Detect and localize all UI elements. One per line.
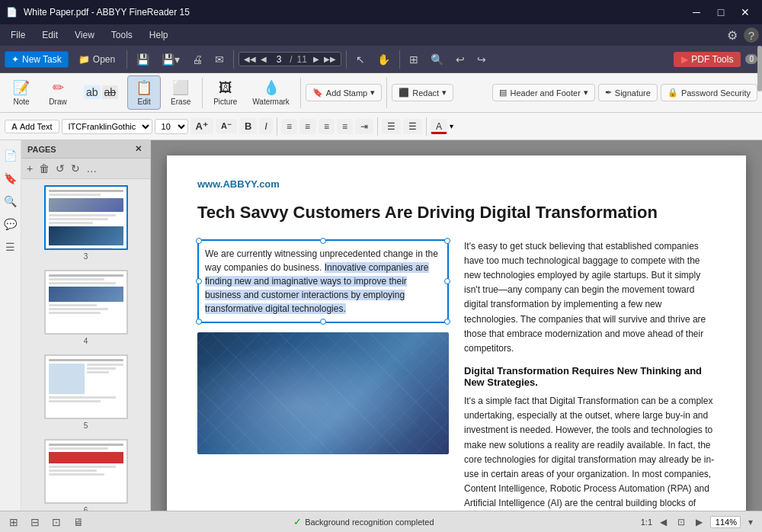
grow-font-button[interactable]: A⁺ — [190, 118, 213, 134]
add-text-button[interactable]: A Add Text — [5, 120, 59, 133]
add-stamp-button[interactable]: 🔖 Add Stamp ▾ — [306, 84, 382, 101]
watermark-tool-button[interactable]: 💧 Watermark — [246, 76, 296, 109]
bullet-list-button[interactable]: ☰ — [382, 119, 401, 134]
handle-bottom-left[interactable] — [196, 319, 202, 325]
justify-button[interactable]: ≡ — [337, 119, 353, 134]
align-right-button[interactable]: ≡ — [319, 119, 335, 134]
page-thumbnail-4[interactable]: 4 — [44, 270, 128, 345]
open-button[interactable]: 📁 Open — [72, 51, 122, 68]
redact-button[interactable]: ⬛ Redact ▾ — [392, 84, 453, 101]
menu-file[interactable]: File — [3, 27, 33, 43]
number-list-button[interactable]: ☰ — [403, 119, 422, 134]
indent-button[interactable]: ⇥ — [355, 119, 373, 134]
note-icon: 📝 — [13, 79, 30, 96]
zoom-in-button[interactable]: ▶ — [693, 516, 706, 528]
zoom-tool-button[interactable]: 🔍 — [426, 51, 448, 68]
pdf-viewport[interactable]: www.ABBYY.com Tech Savvy Customers Are D… — [151, 140, 762, 511]
close-button[interactable]: ✕ — [735, 4, 756, 21]
hand-tool-button[interactable]: ✋ — [373, 51, 395, 68]
note-tool-button[interactable]: 📝 Note — [5, 76, 38, 109]
view-mode-button[interactable]: ⊞ — [405, 51, 423, 68]
page-ratio: 1:1 — [641, 518, 652, 527]
picture-tool-button[interactable]: 🖼 Picture — [207, 77, 243, 109]
zoom-value[interactable]: 114% — [710, 516, 741, 528]
signature-button[interactable]: ✒ Signature — [598, 84, 658, 101]
menu-help[interactable]: Help — [142, 27, 176, 43]
erase-tool-button[interactable]: ⬜ Erase — [164, 76, 197, 109]
new-task-button[interactable]: ✦ New Task — [5, 51, 69, 68]
redo-button[interactable]: ↪ — [472, 51, 491, 68]
align-center-button[interactable]: ≡ — [299, 119, 316, 134]
handle-top-right[interactable] — [444, 238, 450, 244]
menu-view[interactable]: View — [67, 27, 102, 43]
pdf-city-image — [197, 332, 449, 454]
font-select[interactable]: ITCFranklinGothic — [62, 119, 152, 134]
pages-panel-icon[interactable]: 📄 — [1, 146, 20, 165]
more-options-icon[interactable]: … — [84, 161, 99, 176]
zoom-dropdown-button[interactable]: ▾ — [745, 516, 756, 528]
prev-page-button[interactable]: ◀ — [259, 53, 268, 65]
restore-button[interactable]: □ — [710, 4, 732, 21]
rotate-page-cw-icon[interactable]: ↻ — [69, 161, 82, 176]
italic-button[interactable]: I — [259, 118, 273, 134]
page-input[interactable]: 3 — [270, 54, 288, 65]
edit-tool-button[interactable]: 📋 Edit — [127, 75, 161, 110]
zoom-out-button[interactable]: ◀ — [657, 516, 670, 528]
new-task-label: New Task — [22, 54, 62, 65]
password-security-button[interactable]: 🔒 Password Security — [661, 84, 757, 101]
handle-mid-right[interactable] — [444, 278, 450, 284]
redact-label: Redact — [412, 88, 439, 98]
text-color-dropdown-icon[interactable]: ▾ — [450, 122, 453, 130]
layers-icon[interactable]: ☰ — [2, 238, 18, 256]
help-icon[interactable]: ? — [744, 27, 759, 43]
status-right: 1:1 ◀ ⊡ ▶ 114% ▾ — [641, 516, 756, 528]
minimize-button[interactable]: ─ — [686, 4, 707, 21]
handle-bottom-mid[interactable] — [320, 319, 326, 325]
save-button[interactable]: 💾 — [132, 51, 154, 68]
status-icon-4[interactable]: 🖥 — [70, 514, 87, 530]
status-icon-2[interactable]: ⊟ — [27, 514, 43, 530]
save-as-button[interactable]: 💾▾ — [157, 51, 184, 68]
delete-page-icon[interactable]: 🗑 — [37, 161, 52, 176]
handle-top-mid[interactable] — [320, 238, 326, 244]
last-page-button[interactable]: ▶▶ — [322, 53, 338, 65]
search-panel-icon[interactable]: 🔍 — [1, 192, 20, 210]
page-thumbnail-5[interactable]: 5 — [44, 354, 128, 430]
print-button[interactable]: 🖨 — [187, 51, 207, 68]
bookmarks-icon[interactable]: 🔖 — [1, 169, 20, 187]
add-page-icon[interactable]: + — [24, 161, 35, 176]
comments-icon[interactable]: 💬 — [1, 215, 20, 233]
text-color-button[interactable]: A — [431, 119, 447, 134]
handle-top-left[interactable] — [196, 238, 202, 244]
undo-button[interactable]: ↩ — [451, 51, 469, 68]
cursor-tool-button[interactable]: ↖ — [351, 51, 370, 68]
header-footer-button[interactable]: ▤ Header and Footer ▾ — [492, 84, 594, 101]
bold-button[interactable]: B — [239, 118, 257, 134]
shrink-font-button[interactable]: A⁻ — [216, 119, 237, 133]
first-page-button[interactable]: ◀◀ — [242, 53, 258, 65]
handle-mid-left[interactable] — [196, 278, 202, 284]
next-page-button[interactable]: ▶ — [312, 53, 321, 65]
draw-tool-button[interactable]: ✏ Draw — [41, 76, 75, 109]
draw2-tool-button[interactable]: ab ab — [78, 82, 124, 104]
page-thumbnail-3[interactable]: 3 — [44, 185, 128, 261]
font-size-select[interactable]: 10 — [155, 119, 188, 134]
menu-tools[interactable]: Tools — [104, 27, 140, 43]
status-icon-1[interactable]: ⊞ — [6, 514, 21, 530]
status-icon-3[interactable]: ⊡ — [49, 514, 64, 530]
zoom-reset-button[interactable]: ⊡ — [674, 516, 688, 528]
rotate-page-icon[interactable]: ↺ — [53, 161, 67, 176]
pages-toolbar: + 🗑 ↺ ↻ … — [21, 159, 150, 179]
settings-icon[interactable]: ⚙ — [727, 28, 738, 43]
close-panel-icon[interactable]: ✕ — [133, 143, 144, 155]
email-button[interactable]: ✉ — [210, 51, 229, 68]
page-thumbnail-6[interactable]: 6 — [44, 439, 128, 511]
pdf-two-columns: We are currently witnessing unprecedente… — [197, 239, 716, 511]
handle-bottom-right[interactable] — [444, 319, 450, 325]
pdf-left-column: We are currently witnessing unprecedente… — [197, 239, 449, 511]
pdf-right-column: It's easy to get stuck believing that es… — [464, 239, 716, 511]
text-selection-box[interactable]: We are currently witnessing unprecedente… — [197, 239, 449, 323]
menu-edit[interactable]: Edit — [34, 27, 66, 43]
pdf-tools-button[interactable]: ▶ PDF Tools — [674, 52, 741, 67]
align-left-button[interactable]: ≡ — [281, 119, 297, 134]
